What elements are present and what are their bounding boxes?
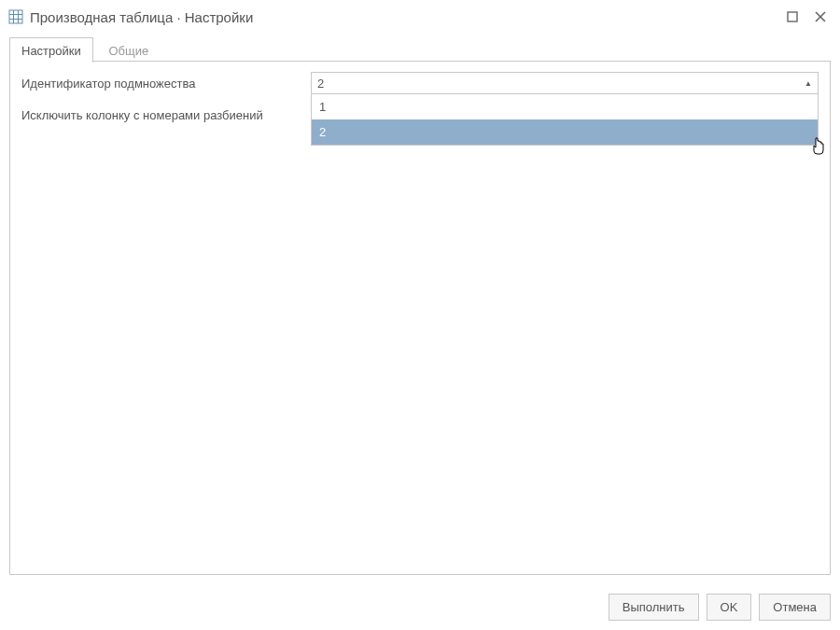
subset-id-dropdown: 1 2 bbox=[311, 93, 819, 146]
tab-bar: Настройки Общие bbox=[0, 37, 840, 62]
content-panel: Идентификатор подмножества 2 ▲ Исключить… bbox=[9, 62, 831, 575]
cancel-button[interactable]: Отмена bbox=[759, 594, 831, 621]
combo-value: 2 bbox=[317, 77, 324, 91]
run-button[interactable]: Выполнить bbox=[609, 594, 699, 621]
caret-up-icon: ▲ bbox=[805, 79, 812, 88]
form-row-subset-id: Идентификатор подмножества 2 ▲ bbox=[21, 71, 819, 95]
dialog-footer: Выполнить OK Отмена bbox=[0, 584, 840, 630]
svg-rect-0 bbox=[9, 10, 22, 23]
dropdown-option[interactable]: 2 bbox=[312, 119, 818, 145]
tab-settings[interactable]: Настройки bbox=[9, 37, 93, 63]
close-icon[interactable] bbox=[810, 7, 831, 27]
subset-id-combo[interactable]: 2 ▲ bbox=[311, 72, 819, 94]
settings-dialog: Производная таблица · Настройки Настройк… bbox=[0, 0, 840, 630]
subset-id-label: Идентификатор подмножества bbox=[21, 77, 311, 91]
exclude-column-label: Исключить колонку с номерами разбиений bbox=[21, 108, 311, 122]
svg-rect-5 bbox=[788, 12, 797, 21]
table-grid-icon bbox=[7, 8, 24, 25]
ok-button[interactable]: OK bbox=[707, 594, 752, 621]
content-panel-wrap: Идентификатор подмножества 2 ▲ Исключить… bbox=[0, 62, 840, 584]
tab-general[interactable]: Общие bbox=[96, 37, 161, 63]
maximize-icon[interactable] bbox=[782, 7, 803, 27]
titlebar: Производная таблица · Настройки bbox=[0, 0, 840, 34]
dialog-title: Производная таблица · Настройки bbox=[30, 9, 775, 25]
dropdown-option[interactable]: 1 bbox=[312, 94, 818, 119]
